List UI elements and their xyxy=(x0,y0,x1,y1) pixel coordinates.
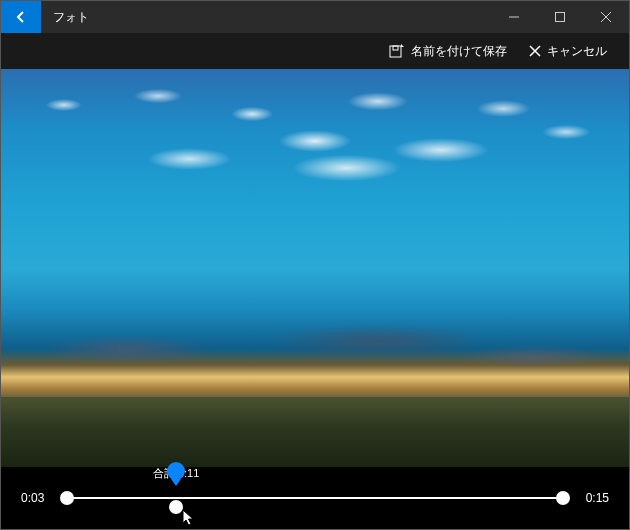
trim-start-time: 0:03 xyxy=(21,491,59,505)
svg-rect-3 xyxy=(393,46,398,50)
playhead-dot xyxy=(169,500,183,514)
back-button[interactable] xyxy=(1,1,41,33)
minimize-icon xyxy=(509,12,519,22)
minimize-button[interactable] xyxy=(491,1,537,33)
playhead-pin-icon xyxy=(167,462,185,480)
maximize-button[interactable] xyxy=(537,1,583,33)
ground xyxy=(1,397,629,469)
maximize-icon xyxy=(555,12,565,22)
window-controls xyxy=(491,1,629,33)
save-as-button[interactable]: 名前を付けて保存 xyxy=(383,39,513,64)
trim-end-handle[interactable] xyxy=(556,491,570,505)
timeline-bar: 0:03 合計 0:11 0:15 xyxy=(1,467,629,529)
toolbar: 名前を付けて保存 キャンセル xyxy=(1,33,629,69)
cancel-button[interactable]: キャンセル xyxy=(523,39,613,64)
trim-start-handle[interactable] xyxy=(60,491,74,505)
close-icon xyxy=(601,12,611,22)
track-active xyxy=(67,497,563,499)
titlebar: フォト xyxy=(1,1,629,33)
cancel-icon xyxy=(529,45,541,57)
save-as-icon xyxy=(389,43,405,59)
media-preview xyxy=(1,69,629,469)
app-title: フォト xyxy=(53,9,89,26)
low-clouds xyxy=(1,309,629,389)
arrow-left-icon xyxy=(13,9,29,25)
svg-rect-2 xyxy=(390,46,401,57)
svg-rect-1 xyxy=(556,13,565,22)
high-clouds xyxy=(1,69,629,249)
close-window-button[interactable] xyxy=(583,1,629,33)
trim-end-time: 0:15 xyxy=(571,491,609,505)
cancel-label: キャンセル xyxy=(547,43,607,60)
video-frame xyxy=(1,69,629,469)
timeline-track[interactable]: 合計 0:11 xyxy=(67,478,563,518)
playhead[interactable] xyxy=(167,482,185,514)
save-as-label: 名前を付けて保存 xyxy=(411,43,507,60)
